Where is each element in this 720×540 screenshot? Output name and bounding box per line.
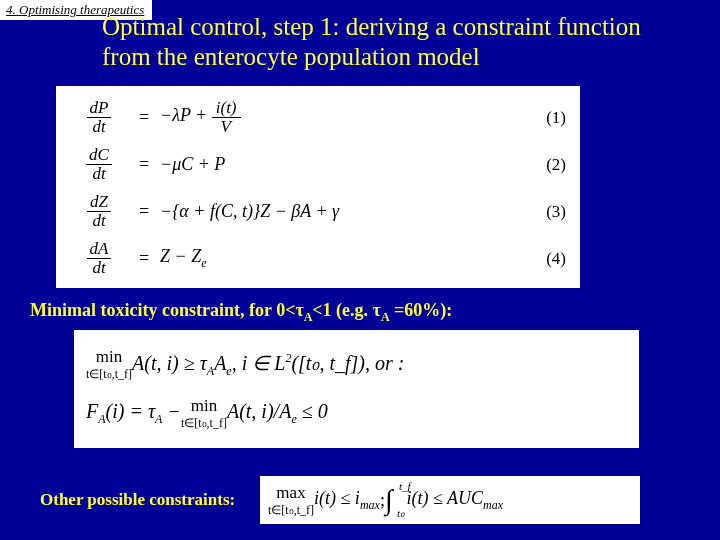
constraint-line-2: FA(i) = τA − mint∈[t₀,t_f] A(t, i)/Ae ≤ … <box>86 389 627 438</box>
eq-lhs-num: dP <box>87 99 112 118</box>
eq-number: (2) <box>526 155 566 175</box>
eq-lhs-num: dA <box>87 240 112 259</box>
b3a-sub: max <box>360 497 380 511</box>
eq-number: (1) <box>526 108 566 128</box>
equation-row: dZdt = −{α + f(C, t)}Z − βA + γ (3) <box>70 188 566 235</box>
b3b-sub: max <box>483 497 503 511</box>
l2c: − <box>162 400 181 422</box>
eq4-sub: e <box>201 256 206 270</box>
b3b: i(t) ≤ AUCmax <box>407 488 504 513</box>
cl-b: <1 (e.g. τ <box>312 300 381 320</box>
eq-rhs: Z − Ze <box>160 246 526 271</box>
equals: = <box>128 201 160 222</box>
max-bot: t∈[t₀,t_f] <box>268 503 314 518</box>
min-bot: t∈[t₀,t_f] <box>181 416 227 431</box>
eq-lhs-num: dZ <box>87 193 111 212</box>
equals: = <box>128 154 160 175</box>
cl-a: Minimal toxicity constraint, for 0<τ <box>30 300 304 320</box>
other-constraints-label: Other possible constraints: <box>40 490 235 510</box>
eq-lhs-den: dt <box>86 165 112 183</box>
l1e: ([t₀, t_f]), or : <box>291 352 404 374</box>
min-block: mint∈[t₀,t_f] <box>181 396 227 431</box>
equals: = <box>128 248 160 269</box>
eq-lhs-den: dt <box>87 118 112 136</box>
eq-number: (4) <box>526 249 566 269</box>
l1-body: A(t, i) ≥ τAAe, i ∈ L2([t₀, t_f]), or : <box>132 351 404 379</box>
int-hi: t_f <box>399 480 411 492</box>
min-top: min <box>181 396 227 416</box>
constraint-label: Minimal toxicity constraint, for 0<τA<1 … <box>30 300 452 325</box>
max-top: max <box>268 483 314 503</box>
eq-rhs: −μC + P <box>160 154 526 175</box>
constraint-line-1: mint∈[t₀,t_f] A(t, i) ≥ τAAe, i ∈ L2([t₀… <box>86 340 627 389</box>
eq4-text: Z − Z <box>160 246 201 266</box>
l2e: ≤ 0 <box>297 400 328 422</box>
equals: = <box>128 107 160 128</box>
max-block: maxt∈[t₀,t_f] <box>268 483 314 518</box>
min-top: min <box>86 347 132 367</box>
l1c: A <box>214 352 226 374</box>
eq-number: (3) <box>526 202 566 222</box>
equation-row: dPdt = −λP + i(t)V (1) <box>70 94 566 141</box>
eq1-text: −λP + <box>160 106 207 126</box>
eq1-frac-d: V <box>212 118 241 136</box>
l2b: (i) = τ <box>106 400 156 422</box>
eq-rhs: −λP + i(t)V <box>160 99 526 136</box>
l1d: , i ∈ L <box>232 352 286 374</box>
int-lo: t₀ <box>397 507 404 520</box>
b3a-t: i(t) ≤ i <box>314 488 360 508</box>
equation-row: dCdt = −μC + P (2) <box>70 141 566 188</box>
eq1-frac-n: i(t) <box>212 99 241 118</box>
l2-body2: A(t, i)/Ae ≤ 0 <box>227 400 328 427</box>
other-constraints-box: maxt∈[t₀,t_f] i(t) ≤ imax ; ∫t_ft₀ i(t) … <box>260 476 640 524</box>
l2asub: A <box>98 412 105 426</box>
b3b-t: i(t) ≤ AUC <box>407 488 484 508</box>
eq-rhs: −{α + f(C, t)}Z − βA + γ <box>160 201 526 222</box>
eq-lhs-den: dt <box>87 259 112 277</box>
l1a: A(t, i) ≥ τ <box>132 352 207 374</box>
constraint-equations-box: mint∈[t₀,t_f] A(t, i) ≥ τAAe, i ∈ L2([t₀… <box>74 330 639 448</box>
l2a: F <box>86 400 98 422</box>
eq-lhs-num: dC <box>86 146 112 165</box>
b3a: i(t) ≤ imax <box>314 488 380 513</box>
equations-box: dPdt = −λP + i(t)V (1) dCdt = −μC + P (2… <box>56 86 580 288</box>
integral-icon: ∫t_ft₀ <box>385 484 393 516</box>
l2d: A(t, i)/A <box>227 400 291 422</box>
equation-row: dAdt = Z − Ze (4) <box>70 235 566 282</box>
eq-lhs-den: dt <box>87 212 111 230</box>
cl-c: =60%): <box>390 300 453 320</box>
min-bot: t∈[t₀,t_f] <box>86 367 132 382</box>
l2-body: FA(i) = τA − <box>86 400 181 427</box>
min-block: mint∈[t₀,t_f] <box>86 347 132 382</box>
slide-title: Optimal control, step 1: deriving a cons… <box>102 12 662 71</box>
cl-sub2: A <box>381 310 390 324</box>
